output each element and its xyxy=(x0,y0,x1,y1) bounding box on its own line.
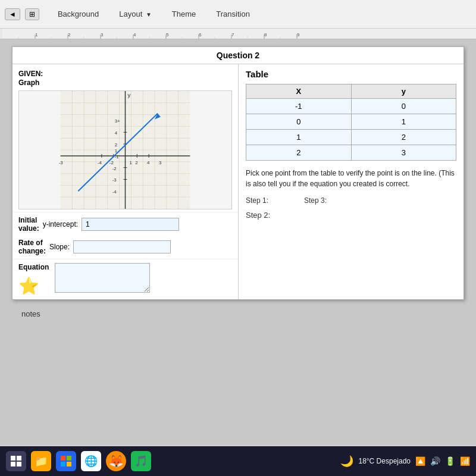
svg-text:4: 4 xyxy=(147,160,150,165)
weather-text: 18°C Despejado xyxy=(358,457,411,465)
cell-x-1[interactable] xyxy=(246,114,351,129)
svg-rect-78 xyxy=(11,462,15,466)
step3-label: Step 3: xyxy=(304,196,327,205)
toolbar: ◄ ⊞ Background Layout ▼ Theme Transition xyxy=(0,0,476,29)
ruler: // We'll do this in template SVG with re… xyxy=(0,29,476,39)
step2-label: Step 2: xyxy=(246,211,270,220)
tray-icon-1: 🔼 xyxy=(415,456,425,466)
taskbar-folder-icon[interactable]: 📁 xyxy=(31,451,51,471)
svg-text:-2: -2 xyxy=(112,166,117,171)
taskbar: 📁 🌐 🦊 🎵 🌙 18°C Despejado 🔼 🔊 🔋 📶 xyxy=(0,446,476,476)
step1-area: Step 1: xyxy=(246,196,268,205)
initial-value-label: Initial xyxy=(18,216,39,224)
svg-text:-4: -4 xyxy=(98,160,102,165)
svg-rect-76 xyxy=(11,456,15,461)
tray-icon-3: 🔋 xyxy=(445,456,455,466)
cell-y-1[interactable] xyxy=(352,114,456,129)
tab-layout[interactable]: Layout ▼ xyxy=(110,5,161,23)
table-row xyxy=(246,145,456,161)
svg-text:2: 2 xyxy=(68,32,71,37)
taskbar-firefox-icon[interactable]: 🦊 xyxy=(106,451,126,471)
left-panel: GIVEN: Graph xyxy=(12,64,239,299)
notes-label: notes xyxy=(21,309,40,318)
y-intercept-label: y-intercept: xyxy=(43,220,78,228)
svg-text:2: 2 xyxy=(115,142,117,148)
step1-label: Step 1: xyxy=(246,196,268,205)
tray-icon-4: 📶 xyxy=(460,456,470,466)
tab-background[interactable]: Background xyxy=(49,5,108,23)
cell-y-0[interactable] xyxy=(352,99,456,114)
star-icon: ⭐ xyxy=(18,276,39,296)
svg-text:8: 8 xyxy=(264,32,267,37)
svg-rect-82 xyxy=(61,462,65,466)
svg-text:7: 7 xyxy=(231,32,234,37)
svg-text:2: 2 xyxy=(135,160,137,165)
svg-text:6: 6 xyxy=(199,32,202,37)
question-title: Question 2 xyxy=(12,47,464,64)
svg-text:4: 4 xyxy=(115,130,118,136)
svg-text:3+: 3+ xyxy=(115,118,120,124)
taskbar-windows-icon[interactable] xyxy=(6,451,26,471)
cell-x-3[interactable] xyxy=(246,145,351,160)
main-content: Question 2 GIVEN: Graph xyxy=(0,39,476,445)
equation-input[interactable] xyxy=(55,263,150,293)
table-row xyxy=(246,114,456,130)
rate-row: Rate of change: Slope: xyxy=(12,236,238,259)
svg-text:3: 3 xyxy=(101,32,104,37)
grid-icon-button[interactable]: ⊞ xyxy=(25,8,39,20)
svg-text:5: 5 xyxy=(166,32,169,37)
slope-label: Slope: xyxy=(49,243,70,251)
graph-svg: y -2 -4 -3 2 4 3 2 4 3+ -2 -3 xyxy=(19,91,231,209)
svg-text:y: y xyxy=(127,92,130,98)
cell-x-2[interactable] xyxy=(246,130,351,145)
initial-value-label2: value: xyxy=(18,224,39,233)
taskbar-spotify-icon[interactable]: 🎵 xyxy=(131,451,151,471)
layout-arrow-icon: ▼ xyxy=(146,11,152,18)
graph-label: Graph xyxy=(18,79,39,87)
taskbar-chrome-icon[interactable]: 🌐 xyxy=(81,451,101,471)
taskbar-right: 🌙 18°C Despejado 🔼 🔊 🔋 📶 xyxy=(340,455,470,468)
data-table: X y xyxy=(246,84,456,161)
table-title: Table xyxy=(246,69,456,79)
svg-rect-80 xyxy=(61,456,65,461)
svg-rect-0 xyxy=(2,29,476,39)
given-label: GIVEN: xyxy=(18,70,43,78)
svg-rect-83 xyxy=(67,462,71,466)
graph-area: y -2 -4 -3 2 4 3 2 4 3+ -2 -3 xyxy=(18,90,232,209)
col-header-x: X xyxy=(246,84,352,99)
table-row xyxy=(246,99,456,114)
rate-label: Rate of xyxy=(18,239,46,247)
svg-rect-81 xyxy=(67,456,71,461)
step2-area: Step 2: xyxy=(246,211,456,220)
svg-text:-3: -3 xyxy=(59,160,64,165)
svg-rect-77 xyxy=(17,456,21,461)
svg-text:-3: -3 xyxy=(112,177,117,183)
equation-row: Equation ⭐ xyxy=(12,259,238,299)
slope-input[interactable] xyxy=(73,240,171,253)
cell-y-3[interactable] xyxy=(352,145,456,160)
cell-x-0[interactable] xyxy=(246,99,351,114)
rate-label2: change: xyxy=(18,247,46,255)
svg-text:9: 9 xyxy=(297,32,300,37)
y-intercept-input[interactable] xyxy=(82,218,179,231)
content-row: GIVEN: Graph xyxy=(12,64,464,299)
svg-text:3: 3 xyxy=(159,160,162,165)
slide-container: Question 2 GIVEN: Graph xyxy=(12,46,464,300)
step3-area: Step 3: xyxy=(304,196,327,205)
svg-text:1: 1 xyxy=(129,160,132,165)
back-button[interactable]: ◄ xyxy=(5,8,20,20)
cell-y-2[interactable] xyxy=(352,130,456,145)
initial-value-row: Initial value: y-intercept: xyxy=(12,212,238,236)
verify-text: Pick one point from the table to verify … xyxy=(246,168,456,189)
col-header-y: y xyxy=(351,84,456,99)
steps-row: Step 1: Step 3: xyxy=(246,196,456,205)
table-row xyxy=(246,130,456,145)
weather-moon-icon: 🌙 xyxy=(340,455,353,468)
tab-theme[interactable]: Theme xyxy=(163,5,205,23)
tab-transition[interactable]: Transition xyxy=(207,5,259,23)
tray-icon-2: 🔊 xyxy=(430,456,440,466)
taskbar-ms-icon[interactable] xyxy=(56,451,76,471)
right-panel: Table X y xyxy=(239,64,464,299)
notes-area: notes xyxy=(12,305,464,323)
svg-rect-79 xyxy=(17,462,21,466)
